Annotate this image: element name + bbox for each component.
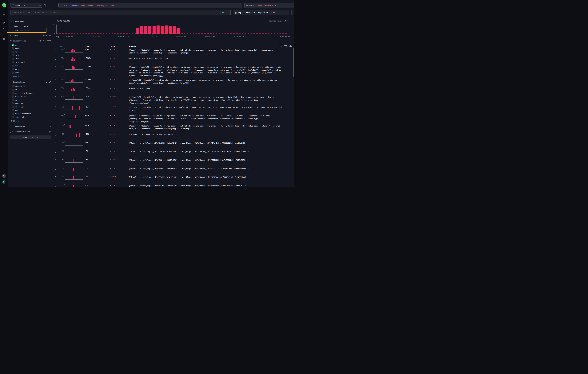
filter-option[interactable]: Information	[10, 61, 51, 64]
app-logo-icon[interactable]	[2, 3, 6, 8]
pattern-row[interactable]: 120~116error{"code":13,"details":"failed…	[53, 113, 293, 123]
pattern-text[interactable]: {"code":13,"details":"failed to charge c…	[129, 114, 283, 123]
analysis-mode-event-patterns[interactable]: Event Patterns	[11, 29, 51, 32]
filter-option[interactable]: fatal	[10, 50, 51, 54]
user-avatar[interactable]: U	[2, 180, 6, 184]
filter-option[interactable]: INFO	[10, 57, 51, 61]
facet-severitytext-header[interactable]: SeverityText Clear	[10, 40, 51, 42]
facet-resourceschemaurl-header[interactable]: ResourceSchemaUrl	[10, 130, 51, 133]
checkbox[interactable]	[11, 116, 14, 118]
help-button[interactable]: ?	[2, 174, 6, 178]
chart-explorer-icon[interactable]	[3, 27, 6, 30]
clear-all-link[interactable]: Clear all	[42, 35, 51, 37]
checkbox[interactable]	[11, 58, 14, 60]
filter-option[interactable]: info	[10, 54, 51, 57]
select-query-input[interactable]: SELECT Timestamp, ServiceName, SeverityT…	[58, 3, 242, 8]
checkbox[interactable]	[11, 68, 14, 70]
pattern-text[interactable]: {"code":13,"details":"failed to charge c…	[129, 49, 283, 54]
checkbox[interactable]	[11, 85, 14, 87]
filter-option[interactable]: warn	[10, 67, 51, 71]
pattern-row[interactable]: 60~116errorThe credit card (ending <*> e…	[53, 131, 293, 140]
sessions-icon[interactable]	[3, 32, 6, 35]
pattern-text[interactable]: Failed to place order	[129, 87, 283, 90]
severity-load-more[interactable]: Load more	[10, 75, 51, 78]
row-expand-chevron[interactable]	[55, 150, 59, 153]
pattern-text[interactable]: {"level":"error","span_id":"0c11220615ba…	[129, 142, 283, 144]
histogram-bar[interactable]	[136, 28, 139, 34]
checkbox[interactable]	[11, 95, 14, 98]
filter-option[interactable]: currency	[10, 105, 51, 109]
pattern-row[interactable]: 60~58error{"level":"error","span_id":"b9…	[53, 183, 293, 187]
filter-option[interactable]: cainjector	[10, 95, 51, 98]
more-filters-button[interactable]: More filters	[10, 135, 51, 139]
pattern-row[interactable]: 22K~98523error{"code":13,"details":"fail…	[53, 47, 293, 56]
filter-option[interactable]: checkout	[10, 102, 51, 105]
source-select[interactable]: Demo Logs	[10, 3, 42, 8]
checkbox[interactable]	[11, 106, 14, 108]
row-expand-chevron[interactable]	[55, 96, 59, 99]
checkbox[interactable]	[11, 92, 14, 94]
pattern-row[interactable]: 60~174error✕{"code":13,"details":"failed…	[53, 104, 293, 113]
histogram-bar[interactable]	[169, 26, 172, 34]
search-input[interactable]: Search your events w/ Lucene ex. column:…	[10, 10, 231, 15]
analysis-mode-results-table[interactable]: Results Table	[11, 25, 51, 29]
pin-icon[interactable]	[43, 40, 44, 42]
pattern-text[interactable]: The credit card (ending <*> expired on <…	[129, 133, 283, 136]
facet-clear-link[interactable]: Clear	[46, 40, 51, 42]
pattern-text[interactable]: Visa cache full: cannot add new item.	[129, 57, 283, 60]
row-expand-chevron[interactable]	[55, 133, 59, 136]
dismiss-x-icon[interactable]: ✕	[129, 107, 130, 108]
histogram-bar[interactable]	[177, 28, 180, 34]
pin-icon[interactable]	[49, 131, 51, 133]
pattern-row[interactable]: 60~58error{"level":"error","span_id":"0c…	[53, 140, 293, 149]
pattern-text[interactable]: ✕{"code":13,"details":"failed to charge …	[129, 79, 283, 84]
checkbox[interactable]	[11, 47, 14, 50]
sidebar-toggle-icon[interactable]	[3, 12, 6, 15]
histogram-bar[interactable]	[153, 26, 156, 34]
checkbox[interactable]	[11, 54, 14, 56]
pattern-text[interactable]: {"level":"error","span_id":"b92b54b6882b…	[129, 184, 283, 187]
row-expand-chevron[interactable]	[55, 106, 59, 109]
filter-option[interactable]: ad	[10, 88, 51, 91]
filter-option[interactable]: artillery-loadgen	[10, 91, 51, 95]
histogram-bar[interactable]	[144, 26, 147, 34]
checkbox[interactable]	[11, 71, 14, 74]
pattern-text[interactable]: {"level":"error","span_id":"eb870ecef063…	[129, 150, 283, 153]
pattern-text[interactable]: {"code":13,"details":"failed to charge c…	[129, 124, 283, 130]
pattern-text[interactable]: {"error":{"code":13,"details":"failed to…	[129, 66, 283, 77]
filter-option[interactable]: fraud-detection	[10, 112, 51, 115]
checkbox[interactable]	[11, 109, 14, 111]
filter-option[interactable]: ERROR	[10, 47, 51, 50]
dismiss-x-icon[interactable]: ✕	[129, 96, 130, 98]
time-range-picker[interactable]: Sep 11 15:47:14 - Sep 12 15:47:14	[233, 10, 289, 15]
pattern-row[interactable]: 24K~98058errorVisa cache full: cannot ad…	[53, 56, 293, 64]
order-by-input[interactable]: ORDER BY TimestampTime DESC	[244, 3, 294, 8]
checkbox[interactable]	[11, 99, 14, 101]
mode-lucene-toggle[interactable]: Lucene	[222, 12, 229, 14]
filter-option[interactable]: email	[10, 109, 51, 112]
pattern-row[interactable]: 180~174error✕{"code":13,"details":"faile…	[53, 94, 293, 104]
row-expand-chevron[interactable]	[55, 184, 59, 187]
row-expand-chevron[interactable]	[55, 142, 59, 145]
pattern-text[interactable]: {"level":"error","span_id":"334357bae9ed…	[129, 176, 283, 179]
facet-scopeversion-header[interactable]: ScopeVersion	[10, 125, 51, 128]
row-expand-chevron[interactable]	[55, 124, 59, 128]
row-expand-chevron[interactable]	[55, 57, 59, 60]
pattern-text[interactable]: ✕{"code":13,"details":"failed to charge …	[129, 106, 283, 112]
checkbox[interactable]	[11, 61, 14, 63]
row-expand-chevron[interactable]	[55, 79, 59, 82]
checkbox[interactable]	[11, 102, 14, 104]
mode-sql-toggle[interactable]: SQL	[216, 12, 219, 14]
row-expand-chevron[interactable]	[55, 114, 59, 118]
pattern-text[interactable]: {"level":"error","span_id":"6b64c6c58842…	[129, 159, 283, 162]
filter-option[interactable]: error	[10, 43, 51, 47]
pin-icon[interactable]	[49, 125, 51, 127]
pattern-text[interactable]: ✕{"code":13,"details":"failed to charge …	[129, 96, 283, 104]
pattern-row[interactable]: 60~58error{"level":"error","span_id":"cd…	[53, 166, 293, 174]
checkbox[interactable]	[11, 89, 14, 91]
service-show-more[interactable]: Show more	[10, 119, 51, 122]
row-expand-chevron[interactable]	[55, 167, 59, 170]
pin-icon[interactable]	[49, 81, 51, 83]
results-histogram[interactable]: 80K 0 Sep 11 3:30:00 PM7:30:00 PM10:30:0…	[56, 24, 290, 38]
filter-option[interactable]: cart	[10, 98, 51, 102]
